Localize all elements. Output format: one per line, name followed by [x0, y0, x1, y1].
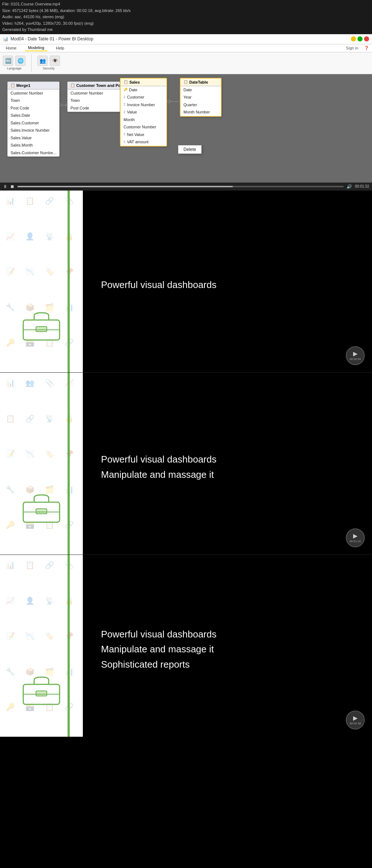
bg-icon: 📉 [23, 264, 37, 279]
titlebar-left: 📊 Mod04 - Date Table 01 - Power BI Deskt… [3, 36, 93, 41]
table-customer-town-header: 📋 Customer Town and Po... [68, 82, 127, 89]
section-panel-2: 📊 👥 📎 📈 📋 🔗 📡 🔒 📝 📉 🏷️ 📌 🔧 📦 🗂️ 📊 🔑 🗃️ [0, 373, 372, 555]
canvas-area[interactable]: 📋 Merge1 Customer Number Town Post Code … [0, 74, 372, 183]
table-merge1[interactable]: 📋 Merge1 Customer Number Town Post Code … [7, 81, 60, 157]
window-chrome: 📊 Mod04 - Date Table 01 - Power BI Deskt… [0, 34, 372, 191]
bg-icon: 📝 [3, 629, 17, 643]
tab-modeling[interactable]: Modeling [25, 45, 47, 51]
context-menu[interactable]: Delete [178, 145, 202, 154]
table-datetable[interactable]: 📋 DateTable Date Year Quarter Month Numb… [180, 78, 222, 117]
security-group-label: Security [43, 67, 55, 70]
bg-icon: 📈 [3, 229, 17, 244]
green-bar-2 [68, 373, 70, 555]
briefcase-svg-1 [20, 309, 63, 342]
table-sales-header: 📋 Sales [121, 79, 166, 86]
svg-rect-10 [36, 327, 47, 332]
volume-button[interactable]: 🔊 [347, 184, 352, 189]
icon-panel-3: 📊 📋 🔗 📎 📈 👤 📡 🔒 📝 📉 🏷️ 📌 🔧 📦 🗂️ 📊 🔑 🗃️ [0, 555, 83, 737]
ct-row-postcode: Post Code [68, 104, 127, 112]
video-controls[interactable]: ⏸ ⏹ 🔊 00:01:32 [0, 183, 372, 191]
divider1 [31, 54, 32, 72]
play-button[interactable]: ⏸ [3, 184, 7, 189]
bg-icon: 🔗 [42, 193, 57, 208]
context-menu-delete[interactable]: Delete [178, 145, 201, 153]
bg-icon: 📋 [23, 193, 37, 208]
table-sales[interactable]: 📋 Sales 🔑Date ΣCustomer ΣInvoice Number … [120, 78, 167, 147]
bg-icon: 🔗 [42, 558, 57, 572]
bg-icon: 📊 [3, 193, 17, 208]
sales-row-customer: ΣCustomer [121, 93, 166, 101]
signin-link[interactable]: Sign in [346, 46, 358, 50]
bg-icon: 🔑 [3, 517, 17, 532]
tab-help[interactable]: Help [53, 45, 67, 51]
merge1-row-salesmonth: Sales.Month [8, 141, 59, 149]
value-row-icon: Σ [124, 110, 126, 115]
table-sales-title: Sales [129, 80, 140, 84]
bg-icon: 🏷️ [42, 264, 57, 279]
file-info-line4: Video: h264, yuv420p, 1280x720, 30.00 fp… [2, 20, 370, 27]
section3-text1: Powerful visual dashboards [101, 627, 357, 642]
window-titlebar: 📊 Mod04 - Date Table 01 - Power BI Deskt… [0, 34, 372, 44]
date-row-icon: 🔑 [124, 87, 128, 92]
netvalue-row-icon: Σ [124, 132, 126, 137]
play-arrow-icon-1: ▶ [353, 350, 357, 357]
titlebar-controls[interactable] [351, 36, 369, 41]
ct-row-town: Town [68, 97, 127, 104]
app-icon: 📊 [3, 36, 8, 41]
sales-row-vatamount: ΣVAT amount [121, 138, 166, 146]
dt-row-date: Date [181, 86, 221, 94]
section-panel-3: 📊 📋 🔗 📎 📈 👤 📡 🔒 📝 📉 🏷️ 📌 🔧 📦 🗂️ 📊 🔑 🗃️ [0, 555, 372, 737]
bg-icon: 👤 [23, 593, 37, 608]
synonyms-tool[interactable]: 🔤 [3, 56, 13, 66]
minimize-button[interactable] [351, 36, 356, 41]
merge1-row-salesinvoice: Sales.Invoice Number [8, 127, 59, 134]
table-datetable-icon: 📋 [183, 80, 188, 84]
bg-icon: 📉 [23, 629, 37, 643]
content-panel-1: Powerful visual dashboards ▶ 00:00:54 [83, 191, 372, 372]
view-as-roles-tool[interactable]: 👁️ [50, 56, 60, 66]
briefcase-svg-3 [20, 673, 63, 706]
progress-bar[interactable] [17, 186, 344, 187]
sections-container: 📊 📋 🔗 📎 📈 👤 📡 🔒 📝 📉 🏷️ 📌 🔧 📦 🗂️ 📊 🔑 🗃️ [0, 191, 372, 737]
briefcase-svg-2 [20, 491, 63, 524]
thumbnail-button-1[interactable]: ▶ 00:00:54 [346, 346, 365, 365]
bg-icon: 🏷️ [42, 447, 57, 461]
svg-rect-13 [36, 509, 47, 514]
table-customer-town[interactable]: 📋 Customer Town and Po... Customer Numbe… [67, 81, 127, 112]
tool-group-security: 👥 👁️ Security [37, 56, 60, 70]
bg-icon: 🔧 [3, 300, 17, 315]
window-title: Mod04 - Date Table 01 - Power BI Desktop [11, 36, 93, 41]
merge1-row-salescustomer: Sales.Customer [8, 119, 59, 127]
thumbnail-time-2: 00:01:22 [349, 540, 361, 543]
file-info-line2: Size: 4571242 bytes (4.36 MiB), duration… [2, 8, 370, 14]
table-customer-town-icon: 📋 [70, 83, 75, 87]
stop-button[interactable]: ⏹ [10, 184, 15, 189]
maximize-button[interactable] [357, 36, 363, 41]
sales-row-customernumber: Customer Number [121, 123, 166, 131]
svg-point-7 [167, 100, 170, 103]
icon-panel-2: 📊 👥 📎 📈 📋 🔗 📡 🔒 📝 📉 🏷️ 📌 🔧 📦 🗂️ 📊 🔑 🗃️ [0, 373, 83, 555]
bg-icon: 🔑 [3, 700, 17, 714]
help-icon[interactable]: ❓ [364, 46, 369, 51]
briefcase-illustration-3 [20, 673, 63, 708]
bg-icon: 📡 [42, 229, 57, 244]
icon-bg-2: 📊 👥 📎 📈 📋 🔗 📡 🔒 📝 📉 🏷️ 📌 🔧 📦 🗂️ 📊 🔑 🗃️ [0, 373, 83, 555]
table-merge1-header: 📋 Merge1 [8, 82, 59, 89]
sales-row-month: Month [121, 116, 166, 124]
thumbnail-button-3[interactable]: ▶ 00:02:48 [346, 711, 365, 729]
bg-icon: 📊 [3, 376, 17, 390]
merge1-row-salesdate: Sales.Date [8, 112, 59, 119]
tab-home[interactable]: Home [3, 45, 19, 51]
language-group-label: Language [7, 67, 21, 70]
tool-icon-row-security: 👥 👁️ [37, 56, 60, 66]
bg-icon: 📝 [3, 447, 17, 461]
dt-row-year: Year [181, 93, 221, 101]
manage-roles-tool[interactable]: 👥 [37, 56, 48, 66]
thumbnail-button-2[interactable]: ▶ 00:01:22 [346, 528, 365, 547]
table-datetable-title: DateTable [189, 80, 208, 84]
merge1-row-postcode: Post Code [8, 104, 59, 112]
bg-icon: 🔧 [3, 482, 17, 497]
close-button[interactable] [364, 36, 369, 41]
language-tool[interactable]: 🌐 [15, 56, 25, 66]
merge1-row-salescustomernumber: Sales.Customer Numbe... [8, 149, 59, 157]
